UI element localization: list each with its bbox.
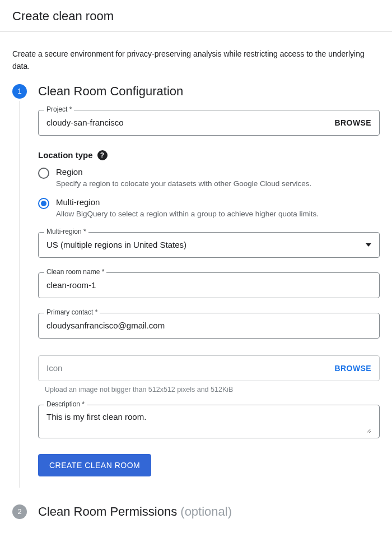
step2-indicator-column: 2 [12,504,27,519]
multiregion-label: Multi-region * [44,228,88,235]
location-type-label: Location type ? [38,150,380,160]
icon-browse-button[interactable]: BROWSE [330,364,371,373]
description-textarea[interactable] [46,411,371,433]
radio-multiregion-circle [38,198,49,209]
multiregion-value: US (multiple regions in United States) [46,240,361,249]
icon-field: BROWSE [38,355,380,381]
step2-title-text: Clean Room Permissions [38,504,180,518]
step2-optional: (optional) [180,504,232,518]
radio-region-circle [38,168,49,179]
step-permissions: 2 Clean Room Permissions (optional) [12,504,380,519]
icon-input[interactable] [46,363,330,373]
step1-title: Clean Room Configuration [38,84,380,99]
config-form: Project * BROWSE Location type ? Region [38,105,380,476]
dialog-header: Create clean room [0,0,392,32]
intro-text: Create a secure environment for privacy-… [0,32,392,73]
step-indicator-column: 1 [12,84,27,490]
radio-multiregion-title: Multi-region [56,197,380,207]
step2-title: Clean Room Permissions (optional) [38,504,380,519]
help-icon[interactable]: ? [97,150,108,160]
project-label: Project * [44,105,74,113]
step-badge-1: 1 [12,84,27,99]
radio-dot-icon [41,201,46,206]
radio-multiregion[interactable]: Multi-region Allow BigQuery to select a … [38,197,380,220]
cleanroom-name-label: Clean room name * [44,268,106,276]
radio-multiregion-desc: Allow BigQuery to select a region within… [56,209,380,220]
create-clean-room-button[interactable]: CREATE CLEAN ROOM [38,454,151,476]
page-title: Create clean room [12,9,380,24]
cleanroom-name-field: Clean room name * [38,272,380,298]
description-field: Description * [38,405,380,438]
description-label: Description * [44,400,87,408]
multiregion-field[interactable]: Multi-region * US (multiple regions in U… [38,232,380,258]
location-type-text: Location type [38,150,93,160]
project-field: Project * BROWSE [38,110,380,136]
chevron-down-icon [366,243,371,247]
primary-contact-field: Primary contact * [38,313,380,339]
primary-contact-input[interactable] [46,321,371,330]
icon-hint: Upload an image not bigger than 512x512 … [45,386,380,393]
cleanroom-name-input[interactable] [46,280,371,290]
step-connector-line [20,101,20,488]
radio-region-desc: Specify a region to colocate your datase… [56,179,380,189]
step-badge-2: 2 [12,504,27,519]
project-browse-button[interactable]: BROWSE [330,118,371,127]
radio-region-title: Region [56,167,380,177]
radio-region[interactable]: Region Specify a region to colocate your… [38,167,380,189]
step-configuration: 1 Clean Room Configuration Project * BRO… [12,84,380,490]
primary-contact-label: Primary contact * [44,308,100,316]
project-input[interactable] [46,118,330,127]
